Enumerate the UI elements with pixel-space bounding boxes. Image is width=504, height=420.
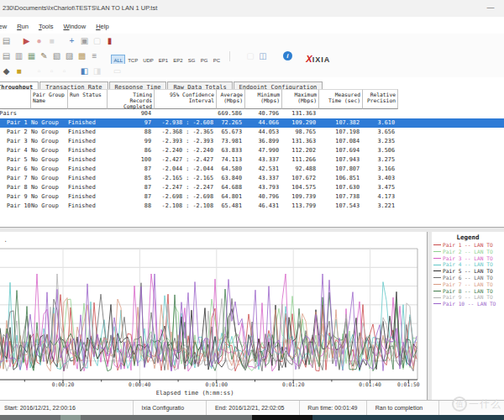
cell-filler — [398, 128, 504, 137]
legend-entry[interactable]: Pair 5 -- LAN TO — [432, 267, 504, 274]
minimize-button[interactable]: — — [484, 2, 497, 13]
cell-average: 64.688 — [217, 183, 245, 192]
legend-entry[interactable]: Pair 6 -- LAN TO — [432, 274, 504, 281]
pair-row[interactable]: Pair 9 No Group Finished 87 -2.698 : -2.… — [0, 192, 504, 202]
legend-entry[interactable]: Pair 1 -- LAN TO — [432, 241, 504, 248]
copy-icon[interactable]: ▣ — [79, 35, 90, 46]
endpoint-icon[interactable]: ▧ — [51, 50, 62, 61]
summary-empty — [31, 109, 68, 118]
pair-row[interactable]: Pair 3 No Group Finished 99 -2.393 : -2.… — [0, 137, 504, 146]
graph-icon[interactable]: ▨ — [64, 50, 75, 61]
legend-entry[interactable]: Pair 9 -- LAN TO — [432, 293, 504, 300]
menu-item[interactable]: Run — [12, 18, 34, 30]
legend-entry-label: Pair 2 -- LAN TO — [443, 249, 493, 255]
legend-entry[interactable]: Pair 8 -- LAN TO — [432, 287, 504, 294]
console-icon[interactable]: ▥ — [13, 50, 24, 61]
toolbar-separator — [229, 51, 230, 61]
edit-icon[interactable]: ✎ — [39, 50, 50, 61]
summary-empty — [363, 109, 398, 118]
grid-icon[interactable]: ▭ — [112, 66, 123, 76]
pair-row[interactable]: Pair 4 No Group Finished 86 -2.240 : -2.… — [0, 146, 504, 155]
menu-item[interactable]: Window — [58, 18, 91, 30]
cell-records: 85 — [108, 174, 155, 183]
table-header-cell[interactable]: 95% ConfidenceInterval — [155, 89, 217, 109]
cell-filler — [398, 174, 504, 183]
cell-maximum: 113.799 — [282, 202, 319, 211]
info-icon[interactable]: i — [283, 51, 292, 60]
pair-chart-icon[interactable]: ▦ — [26, 50, 37, 61]
menu-bar: ViewRunToolsWindowHelp — [0, 17, 504, 34]
cell-minimum: 40.796 — [245, 192, 282, 202]
print-icon[interactable]: ▤ — [1, 50, 12, 61]
table-header-cell[interactable] — [0, 89, 31, 109]
summary-records: 904 — [108, 109, 155, 118]
add-pair-icon[interactable]: + — [66, 35, 77, 46]
summary-empty — [398, 109, 504, 118]
table-header-cell[interactable]: MeasuredTime (sec) — [319, 89, 363, 109]
stop-icon[interactable]: ● — [34, 35, 45, 46]
cell-pair: Pair 3 — [0, 137, 31, 146]
settings-icon[interactable]: ◆ — [1, 66, 12, 76]
pair-row[interactable]: Pair 8 No Group Finished 87 -2.247 : -2.… — [0, 183, 504, 192]
legend-line-swatch — [433, 277, 441, 278]
cell-group: No Group — [31, 118, 68, 128]
legend-entry-label: Pair 1 -- LAN TO — [443, 242, 493, 248]
table-header-cell[interactable]: Average(Mbps) — [217, 89, 245, 109]
pair-row[interactable]: Pair 10 No Group Finished 88 -2.108 : -2… — [0, 202, 504, 211]
legend-entry[interactable]: Pair 7 -- LAN TO — [432, 281, 504, 287]
legend-line-swatch — [433, 251, 441, 252]
menu-item[interactable]: Tools — [34, 18, 59, 30]
cell-maximum: 92.488 — [282, 165, 319, 174]
pair-row[interactable]: Pair 1 No Group Finished 97 -2.938 : -2.… — [0, 118, 504, 128]
zoom-in-icon[interactable]: ▫ — [46, 66, 57, 76]
cell-status: Finished — [68, 118, 108, 128]
pair-row[interactable]: Pair 7 No Group Finished 85 -2.165 : -2.… — [0, 174, 504, 183]
legend-entry[interactable]: Pair 3 -- LAN TO — [432, 255, 504, 261]
pair-row[interactable]: Pair 5 No Group Finished 100 -2.427 : -2… — [0, 155, 504, 165]
legend-entry[interactable]: Pair 4 -- LAN TO — [432, 260, 504, 267]
cell-maximum: 109.739 — [282, 192, 319, 202]
cell-group: No Group — [31, 183, 68, 192]
summary-average: 669.586 — [217, 109, 245, 118]
layout-icon[interactable]: ◫ — [257, 50, 268, 61]
help-book-icon[interactable]: ▮ — [104, 35, 115, 46]
expand-all-icon[interactable]: ◧ — [79, 66, 90, 76]
cell-confidence: -2.698 : -2.698 — [155, 192, 217, 202]
image-icon[interactable]: ▩ — [76, 50, 87, 61]
cell-pair: Pair 2 — [0, 128, 31, 137]
options-icon[interactable]: ≡ — [89, 50, 100, 61]
legend-title: Legend — [432, 234, 504, 241]
status-run-state: Ran to completion — [371, 401, 439, 416]
cell-filler — [398, 155, 504, 165]
menu-item[interactable]: Help — [91, 18, 113, 30]
summary-maximum: 131.363 — [282, 109, 319, 118]
folder-icon[interactable]: ■ — [13, 66, 24, 76]
table-header-cell[interactable]: Maximum(Mbps) — [282, 89, 319, 109]
pause-icon[interactable]: ■ — [46, 35, 57, 46]
pair-row[interactable]: Pair 2 No Group Finished 88 -2.368 : -2.… — [0, 128, 504, 137]
table-header-cell[interactable]: Pair GroupName — [31, 89, 68, 109]
collapse-all-icon[interactable]: ◨ — [92, 66, 102, 76]
table-header-cell[interactable]: RelativePrecision — [363, 89, 398, 109]
document-icon[interactable]: ▤ — [1, 35, 12, 46]
clipboard-icon[interactable]: ▢ — [92, 35, 102, 46]
legend-entry[interactable]: Pair 10 -- LAN TO — [432, 300, 504, 307]
table-header-cell[interactable]: Run Status — [68, 89, 108, 109]
zoom-out-icon[interactable]: ▫ — [34, 66, 45, 76]
cell-filler — [398, 183, 504, 192]
x-axis-tick: 0:00:40 — [129, 381, 151, 387]
summary-row[interactable]: All Pairs 904 669.586 40.796 131.363 — [0, 109, 504, 118]
legend-entry[interactable]: Pair 2 -- LAN TO — [432, 248, 504, 255]
screen-icon[interactable]: ▢ — [244, 50, 255, 61]
cell-average: 64.580 — [217, 165, 245, 174]
cell-records: 87 — [108, 165, 155, 174]
cell-filler — [398, 165, 504, 174]
table-header-cell[interactable]: Minimum(Mbps) — [245, 89, 282, 109]
run-test-icon[interactable]: ▶ — [21, 35, 32, 46]
table-header-cell[interactable]: Timing RecordsCompleted — [108, 89, 155, 109]
menu-item[interactable]: View — [0, 18, 12, 30]
zoom-fit-icon[interactable]: ▫ — [59, 66, 70, 76]
legend-entries: Pair 1 -- LAN TO Pair 2 -- LAN TO Pair 3… — [432, 241, 504, 307]
cell-average: 65.481 — [217, 202, 245, 211]
pair-row[interactable]: Pair 6 No Group Finished 87 -2.044 : -2.… — [0, 165, 504, 174]
